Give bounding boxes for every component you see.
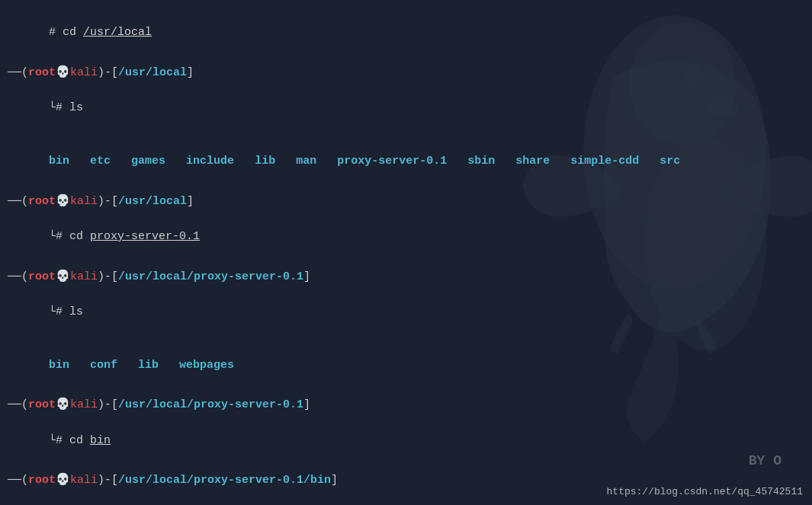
prompt-path-1: /usr/local [118, 64, 187, 82]
ls-cmd-1: ls [69, 101, 83, 114]
hash-2: └# [49, 101, 69, 114]
ls-output-1: bin etc games include lib man proxy-serv… [8, 135, 804, 188]
terminal-content: # cd /usr/local ──(root💀kali)-[/usr/loca… [8, 6, 804, 505]
ls-webpages: webpages [179, 359, 234, 372]
ls-proxy: proxy-server-0.1 [337, 155, 447, 168]
kali-label-1: kali [70, 64, 98, 82]
cmd-ls-2: └# ls [8, 286, 804, 339]
prompt-block-4: ──(root💀kali)-[/usr/local/proxy-server-0… [8, 396, 804, 414]
cd-command-1: cd [63, 26, 83, 39]
ls-games: games [131, 155, 165, 168]
ls-sbin: sbin [467, 155, 495, 168]
cmd-line-1: # cd /usr/local [8, 6, 804, 59]
ls-simplecdd: simple-cdd [570, 155, 639, 168]
ls-etc: etc [90, 155, 111, 168]
ls-include: include [186, 155, 234, 168]
path-arg-1: /usr/local [83, 26, 152, 39]
prompt-block-1: ──(root💀kali)-[/usr/local] [8, 64, 804, 82]
ls-man: man [296, 155, 316, 168]
ls-share: share [515, 155, 550, 168]
prompt-block-3: ──(root💀kali)-[/usr/local/proxy-server-0… [8, 268, 804, 286]
bin-arg: bin [90, 434, 111, 447]
hash-symbol: # [49, 26, 63, 39]
proxy-arg: proxy-server-0.1 [90, 230, 200, 243]
ls-bin-2: bin [49, 359, 69, 372]
ls-lib-1: lib [255, 155, 275, 168]
csdn-url: https://blog.csdn.net/qq_45742511 [607, 486, 803, 497]
prompt-dash-1: ──( [8, 64, 28, 82]
ls-conf: conf [90, 359, 117, 372]
prompt-block-2: ──(root💀kali)-[/usr/local] [8, 193, 804, 210]
ls-lib-2: lib [138, 359, 159, 372]
ls-src: src [660, 155, 680, 168]
by-o-watermark: BY O [749, 453, 782, 468]
cmd-cd-proxy: └# cd proxy-server-0.1 [8, 210, 804, 264]
terminal: # cd /usr/local ──(root💀kali)-[/usr/loca… [0, 0, 812, 505]
prompt-path-5: /usr/local/proxy-server-0.1/bin [118, 471, 331, 489]
ls-output-2: bin conf lib webpages [8, 339, 804, 392]
cmd-cd-bin: └# cd bin [8, 414, 804, 468]
prompt-path-3: /usr/local/proxy-server-0.1 [118, 268, 303, 286]
prompt-path-4: /usr/local/proxy-server-0.1 [118, 396, 303, 414]
prompt-path-2: /usr/local [118, 193, 187, 210]
skull-1: 💀 [56, 64, 70, 82]
cmd-ls-1: └# ls [8, 82, 804, 135]
ls-bin-1: bin [49, 155, 69, 168]
root-label-1: root [28, 64, 56, 82]
prompt-end-1: ] [187, 64, 194, 82]
prompt-mid-1: )-[ [98, 64, 118, 82]
